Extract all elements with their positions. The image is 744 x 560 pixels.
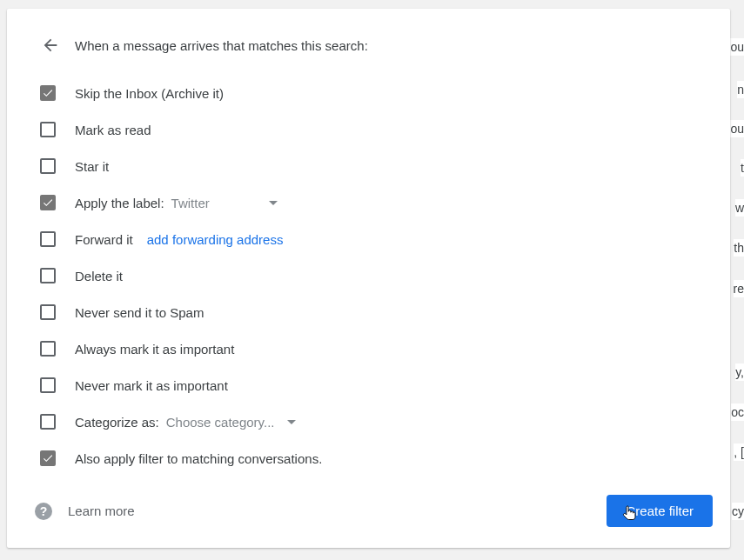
- checkbox-delete[interactable]: [40, 268, 56, 283]
- checkbox-always-important[interactable]: [40, 341, 56, 357]
- filter-options-dialog: When a message arrives that matches this…: [7, 9, 730, 548]
- option-apply-label: Apply the label: Twitter: [7, 184, 730, 221]
- create-filter-label: Create filter: [626, 503, 694, 518]
- back-arrow-icon[interactable]: [40, 35, 61, 56]
- checkbox-skip-inbox[interactable]: [40, 85, 56, 101]
- category-dropdown[interactable]: Choose category...: [166, 415, 296, 430]
- bg-snippet: re: [734, 280, 744, 297]
- checkbox-never-important[interactable]: [40, 377, 56, 393]
- label-forward: Forward it: [75, 232, 133, 247]
- category-dropdown-value: Choose category...: [166, 415, 275, 430]
- option-always-important: Always mark it as important: [7, 330, 730, 367]
- bg-snippet: ou: [730, 120, 744, 137]
- create-filter-button[interactable]: Create filter: [607, 495, 713, 527]
- label-apply-label: Apply the label:: [75, 196, 164, 210]
- label-delete: Delete it: [75, 269, 123, 283]
- label-skip-inbox: Skip the Inbox (Archive it): [75, 86, 224, 101]
- bg-snippet: ou: [730, 38, 744, 56]
- option-mark-read: Mark as read: [7, 111, 730, 148]
- option-star: Star it: [7, 148, 730, 184]
- bg-snippet: y,: [735, 363, 744, 381]
- label-star: Star it: [75, 159, 109, 174]
- label-never-spam: Never send it to Spam: [75, 305, 204, 320]
- dialog-header: When a message arrives that matches this…: [7, 28, 730, 63]
- options-list: Skip the Inbox (Archive it) Mark as read…: [7, 63, 730, 477]
- help-icon[interactable]: ?: [35, 503, 52, 520]
- add-forwarding-link[interactable]: add forwarding address: [147, 232, 284, 247]
- bg-snippet: cy: [732, 503, 744, 520]
- learn-more-link[interactable]: Learn more: [68, 503, 135, 518]
- dialog-title: When a message arrives that matches this…: [75, 38, 368, 53]
- option-apply-existing: Also apply filter to matching conversati…: [7, 440, 730, 477]
- chevron-down-icon: [269, 201, 278, 205]
- label-dropdown-value: Twitter: [171, 196, 210, 210]
- checkbox-apply-existing[interactable]: [40, 450, 56, 466]
- option-forward: Forward it add forwarding address: [7, 221, 730, 257]
- bg-snippet: oc: [731, 403, 744, 421]
- checkbox-never-spam[interactable]: [40, 304, 56, 320]
- label-never-important: Never mark it as important: [75, 378, 228, 393]
- dialog-footer: ? Learn more Create filter: [7, 495, 730, 527]
- bg-snippet: n: [737, 81, 744, 98]
- label-categorize: Categorize as:: [75, 415, 159, 430]
- label-always-important: Always mark it as important: [75, 342, 234, 357]
- bg-snippet: th: [734, 239, 744, 257]
- checkbox-mark-read[interactable]: [40, 122, 56, 137]
- checkbox-categorize[interactable]: [40, 414, 56, 430]
- option-skip-inbox: Skip the Inbox (Archive it): [7, 75, 730, 111]
- label-mark-read: Mark as read: [75, 123, 151, 137]
- checkbox-apply-label[interactable]: [40, 195, 56, 210]
- bg-snippet: , [: [734, 443, 744, 461]
- label-apply-existing: Also apply filter to matching conversati…: [75, 451, 322, 466]
- checkbox-forward[interactable]: [40, 231, 56, 247]
- chevron-down-icon: [287, 420, 296, 424]
- option-never-spam: Never send it to Spam: [7, 294, 730, 330]
- option-never-important: Never mark it as important: [7, 367, 730, 403]
- option-categorize: Categorize as: Choose category...: [7, 403, 730, 440]
- bg-snippet: w: [735, 199, 744, 217]
- label-dropdown[interactable]: Twitter: [171, 196, 278, 210]
- bg-snippet: t: [741, 159, 744, 177]
- option-delete: Delete it: [7, 257, 730, 294]
- checkbox-star[interactable]: [40, 158, 56, 174]
